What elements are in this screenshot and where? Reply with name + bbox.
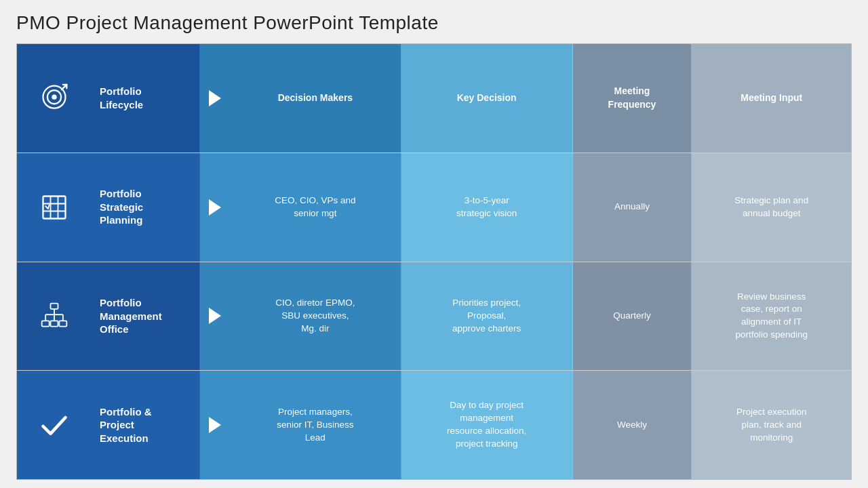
- checkmark-icon: [39, 410, 69, 440]
- row1-decision-makers: CEO, CIO, VPs andsenior mgt: [230, 153, 401, 262]
- svg-line-10: [48, 205, 50, 209]
- planning-icon: [39, 192, 69, 222]
- row2-key-decision-text: Priorities project,Proposal,approve char…: [452, 297, 521, 336]
- row2-meeting-input: Review businesscase, report onalignment …: [692, 262, 851, 371]
- row3-decision-makers-text: Project managers,senior IT, BusinessLead: [277, 406, 353, 445]
- row1-decision-makers-text: CEO, CIO, VPs andsenior mgt: [275, 195, 355, 220]
- row1-arrow-icon: [209, 199, 221, 216]
- row2-key-decision: Priorities project,Proposal,approve char…: [401, 262, 573, 371]
- row2-meeting-freq: Quarterly: [573, 262, 692, 371]
- row3-lifecycle: Portfolio &ProjectExecution: [92, 371, 200, 479]
- row1-lifecycle: PortfolioStrategicPlanning: [92, 153, 200, 262]
- header-key-decision-text: Key Decision: [457, 92, 517, 105]
- row1-lifecycle-text: PortfolioStrategicPlanning: [100, 187, 143, 227]
- row2-decision-makers: CIO, diretor EPMO,SBU executives,Mg. dir: [230, 262, 401, 371]
- row1-arrow: [200, 153, 230, 262]
- row3-icon-col: [17, 371, 92, 479]
- svg-rect-14: [59, 321, 66, 327]
- row1-icon-col: [17, 153, 92, 262]
- header-decision-makers-text: Decision Makers: [278, 92, 353, 105]
- pmo-table: PortfolioLifecycle Decision Makers Key D…: [16, 43, 852, 480]
- row3-key-decision-text: Day to day projectmanagementresource all…: [447, 399, 526, 451]
- row2-meeting-input-text: Review businesscase, report onalignment …: [735, 291, 808, 342]
- header-lifecycle: PortfolioLifecycle: [92, 44, 200, 152]
- row3-key-decision: Day to day projectmanagementresource all…: [401, 371, 573, 479]
- header-meeting-freq-text: MeetingFrequency: [608, 85, 656, 111]
- header-row: PortfolioLifecycle Decision Makers Key D…: [17, 44, 851, 153]
- header-decision-makers: Decision Makers: [230, 44, 401, 152]
- row2-decision-makers-text: CIO, diretor EPMO,SBU executives,Mg. dir: [275, 297, 355, 336]
- row3-meeting-freq: Weekly: [573, 371, 692, 479]
- row3-meeting-input-text: Project executionplan, track andmonitori…: [736, 406, 807, 445]
- header-meeting-input: Meeting Input: [692, 44, 851, 152]
- arrow-icon: [209, 90, 221, 106]
- row3-decision-makers: Project managers,senior IT, BusinessLead: [230, 371, 401, 479]
- target-icon: [39, 83, 69, 113]
- header-arrow: [200, 44, 230, 152]
- row-management-office: PortfolioManagementOffice CIO, diretor E…: [17, 262, 851, 371]
- row1-meeting-input: Strategic plan andannual budget: [692, 153, 851, 262]
- header-icon-col: [17, 44, 92, 152]
- row3-lifecycle-text: Portfolio &ProjectExecution: [100, 405, 152, 445]
- row2-lifecycle-text: PortfolioManagementOffice: [100, 296, 162, 336]
- header-lifecycle-text: PortfolioLifecycle: [100, 85, 143, 111]
- row2-icon-col: [17, 262, 92, 371]
- row1-key-decision: 3-to-5-yearstrategic vision: [401, 153, 573, 262]
- row3-arrow-icon: [209, 417, 221, 433]
- row1-key-decision-text: 3-to-5-yearstrategic vision: [456, 195, 517, 220]
- header-meeting-freq: MeetingFrequency: [573, 44, 692, 152]
- row2-lifecycle: PortfolioManagementOffice: [92, 262, 200, 371]
- row3-arrow: [200, 371, 230, 479]
- row2-meeting-freq-text: Quarterly: [613, 310, 651, 323]
- row-project-execution: Portfolio &ProjectExecution Project mana…: [17, 371, 851, 479]
- row2-arrow-icon: [209, 308, 221, 324]
- svg-rect-12: [42, 321, 50, 327]
- row1-meeting-input-text: Strategic plan andannual budget: [734, 195, 808, 220]
- page-title: PMO Project Management PowerPoint Templa…: [16, 12, 852, 34]
- svg-rect-11: [51, 304, 58, 309]
- row1-meeting-freq: Annually: [573, 153, 692, 262]
- row2-arrow: [200, 262, 230, 371]
- header-meeting-input-text: Meeting Input: [741, 92, 802, 105]
- row3-meeting-freq-text: Weekly: [617, 419, 647, 432]
- header-key-decision: Key Decision: [401, 44, 573, 152]
- svg-rect-13: [51, 321, 58, 327]
- svg-point-2: [52, 94, 56, 99]
- row3-meeting-input: Project executionplan, track andmonitori…: [692, 371, 851, 479]
- row1-meeting-freq-text: Annually: [614, 201, 650, 214]
- row-strategic-planning: PortfolioStrategicPlanning CEO, CIO, VPs…: [17, 153, 851, 262]
- hierarchy-icon: [39, 301, 69, 331]
